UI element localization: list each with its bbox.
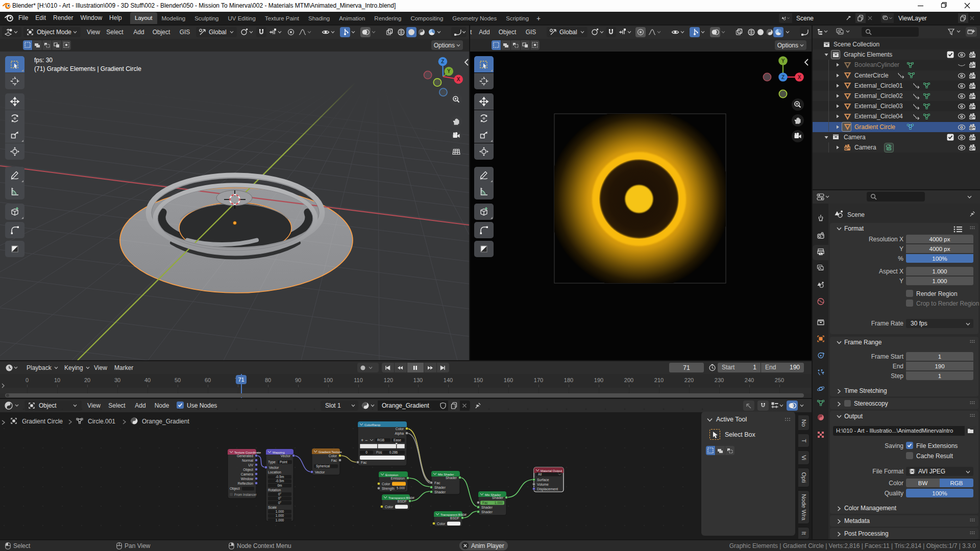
svg-text:Normal: Normal [242, 459, 253, 462]
svg-text:Location: Location [268, 470, 281, 474]
svg-text:0°: 0° [278, 492, 282, 496]
svg-text:Texture Coordinate: Texture Coordinate [234, 450, 261, 454]
svg-text:Y: Y [447, 68, 451, 74]
svg-text:0: 0 [365, 450, 368, 454]
svg-text:+: + [361, 438, 363, 443]
svg-text:Generated: Generated [237, 454, 253, 458]
svg-text:Strength: Strength [382, 487, 395, 491]
svg-text:Fac: Fac [434, 481, 440, 485]
svg-text:Object: Object [230, 487, 240, 491]
svg-text:1.000: 1.000 [276, 514, 284, 517]
svg-text:Displacement: Displacement [537, 487, 558, 491]
svg-text:BSDF: BSDF [450, 516, 459, 520]
svg-text:Fac: Fac [331, 459, 337, 462]
svg-text:X: X [798, 74, 801, 80]
svg-text:Rotation: Rotation [268, 488, 281, 492]
svg-text:1.000: 1.000 [495, 501, 503, 505]
svg-text:0°: 0° [278, 501, 282, 505]
svg-text:Transparent BSDF: Transparent BSDF [388, 496, 415, 499]
svg-text:Shader: Shader [434, 486, 446, 489]
svg-text:Reflection: Reflection [238, 482, 253, 485]
svg-text:Color: Color [437, 522, 446, 525]
svg-text:0m: 0m [277, 484, 282, 487]
svg-text:1.000: 1.000 [276, 518, 284, 522]
svg-text:Color: Color [396, 427, 404, 431]
svg-text:Shader: Shader [481, 510, 493, 514]
svg-text:MOV: MOV [887, 148, 892, 151]
svg-text:X: X [457, 77, 460, 82]
svg-text:RGB: RGB [377, 438, 384, 442]
svg-text:-0.5m: -0.5m [276, 475, 284, 479]
svg-text:Camera: Camera [241, 472, 253, 476]
svg-text:Shader: Shader [492, 496, 504, 499]
svg-text:5.000: 5.000 [397, 486, 405, 490]
svg-text:Color: Color [382, 482, 390, 486]
svg-text:Mapping: Mapping [273, 450, 285, 454]
svg-text:Gradient Texture: Gradient Texture [318, 450, 342, 454]
svg-text:Vector: Vector [269, 466, 279, 469]
svg-text:Emission: Emission [385, 473, 399, 477]
svg-text:Y: Y [781, 58, 785, 64]
svg-text:All: All [538, 472, 542, 476]
svg-text:Fac: Fac [361, 461, 367, 464]
svg-text:0°: 0° [278, 496, 282, 500]
svg-text:Scale: Scale [268, 506, 277, 509]
svg-text:BSDF: BSDF [398, 499, 407, 503]
svg-text:Surface: Surface [537, 478, 549, 482]
svg-text:UV: UV [249, 463, 254, 467]
svg-text:Shader: Shader [446, 476, 457, 480]
svg-text:Shader: Shader [434, 490, 446, 494]
svg-text:Volume: Volume [537, 483, 549, 486]
svg-text:Z: Z [441, 59, 444, 64]
svg-text:0.286: 0.286 [389, 450, 398, 454]
svg-text:From Instancer: From Instancer [234, 493, 257, 496]
svg-text:Vector: Vector [315, 470, 325, 474]
svg-text:Pos: Pos [376, 450, 382, 454]
svg-text:Color: Color [329, 454, 337, 458]
svg-text:−: − [365, 438, 368, 443]
svg-text:ColorRamp: ColorRamp [364, 423, 381, 427]
svg-text:Alpha: Alpha [395, 432, 404, 436]
svg-text:Ease: Ease [394, 438, 401, 442]
svg-text:1.000: 1.000 [276, 510, 284, 513]
svg-text:Z: Z [781, 74, 785, 80]
svg-text:Vector: Vector [281, 454, 291, 458]
svg-text:Shader: Shader [481, 506, 493, 509]
svg-text:Fac: Fac [482, 501, 488, 505]
svg-text:Object: Object [243, 468, 253, 472]
svg-text:Type: Type [268, 460, 276, 464]
svg-text:Color: Color [385, 505, 394, 509]
svg-text:Window: Window [241, 477, 253, 481]
svg-text:-0.5m: -0.5m [276, 479, 284, 483]
svg-text:Transparent BSDF: Transparent BSDF [440, 513, 467, 516]
svg-text:Emission: Emission [390, 477, 405, 480]
svg-text:Spherical: Spherical [316, 464, 330, 468]
svg-text:Mix Shader: Mix Shader [438, 472, 454, 476]
svg-text:Material Output: Material Output [541, 469, 562, 472]
svg-text:Point: Point [280, 460, 287, 464]
